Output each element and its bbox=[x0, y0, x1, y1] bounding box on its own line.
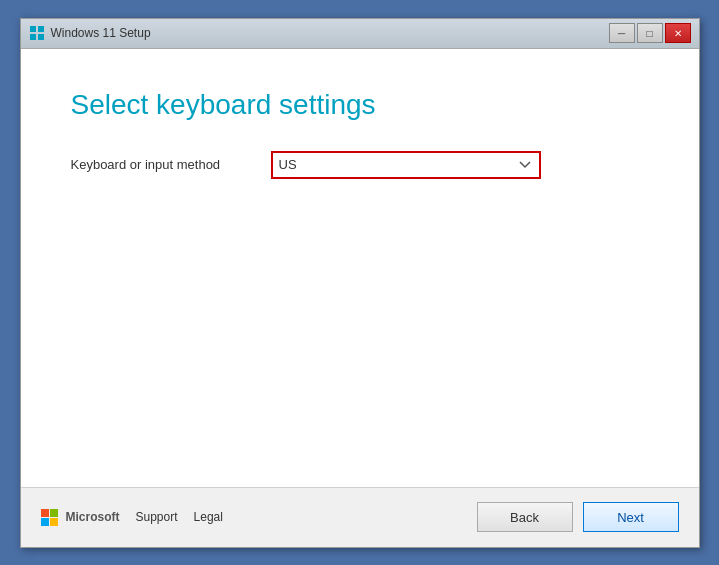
legal-link[interactable]: Legal bbox=[194, 510, 223, 524]
microsoft-brand: Microsoft bbox=[66, 510, 120, 524]
svg-rect-2 bbox=[30, 34, 36, 40]
back-button[interactable]: Back bbox=[477, 502, 573, 532]
close-button[interactable]: ✕ bbox=[665, 23, 691, 43]
svg-rect-3 bbox=[38, 34, 44, 40]
microsoft-logo: Microsoft bbox=[41, 509, 120, 526]
page-title: Select keyboard settings bbox=[71, 89, 649, 121]
keyboard-select[interactable]: US United Kingdom French German Spanish … bbox=[271, 151, 541, 179]
footer-left: Microsoft Support Legal bbox=[41, 509, 223, 526]
next-button[interactable]: Next bbox=[583, 502, 679, 532]
window-title: Windows 11 Setup bbox=[51, 26, 609, 40]
content-area: Select keyboard settings Keyboard or inp… bbox=[21, 49, 699, 487]
footer: Microsoft Support Legal Back Next bbox=[21, 487, 699, 547]
setup-window: Windows 11 Setup ─ □ ✕ Select keyboard s… bbox=[20, 18, 700, 548]
svg-rect-0 bbox=[30, 26, 36, 32]
title-bar: Windows 11 Setup ─ □ ✕ bbox=[21, 19, 699, 49]
ms-logo-yellow bbox=[50, 518, 58, 526]
svg-rect-1 bbox=[38, 26, 44, 32]
keyboard-label: Keyboard or input method bbox=[71, 157, 271, 172]
window-controls: ─ □ ✕ bbox=[609, 23, 691, 43]
restore-button[interactable]: □ bbox=[637, 23, 663, 43]
support-link[interactable]: Support bbox=[136, 510, 178, 524]
ms-logo-blue bbox=[41, 518, 49, 526]
ms-logo-green bbox=[50, 509, 58, 517]
ms-logo-grid bbox=[41, 509, 58, 526]
minimize-button[interactable]: ─ bbox=[609, 23, 635, 43]
content-spacer bbox=[71, 199, 649, 467]
window-icon bbox=[29, 25, 45, 41]
footer-buttons: Back Next bbox=[477, 502, 679, 532]
ms-logo-red bbox=[41, 509, 49, 517]
keyboard-form-row: Keyboard or input method US United Kingd… bbox=[71, 151, 649, 179]
